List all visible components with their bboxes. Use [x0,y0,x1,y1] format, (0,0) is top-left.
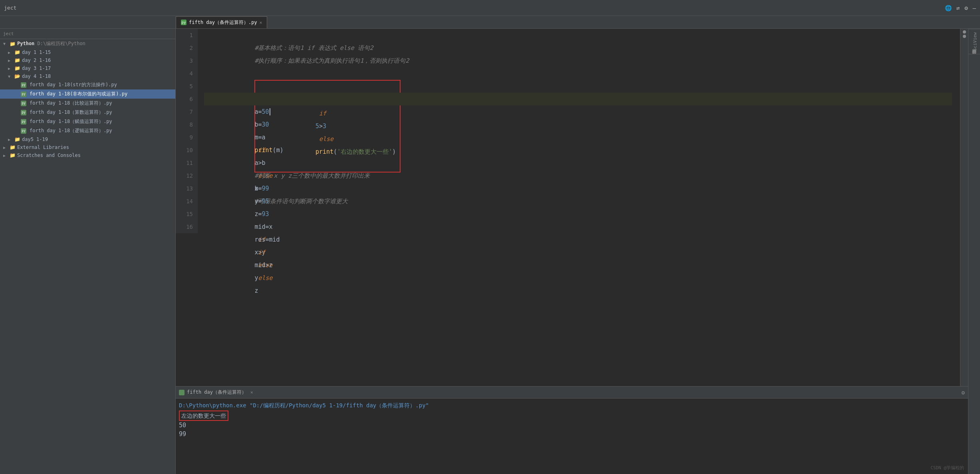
arrow-collapsed-icon: ▶ [8,50,13,55]
line-num-13: 13 [176,182,193,195]
folder-scratch-icon: 📁 [10,153,16,158]
sidebar-item-day4[interactable]: ▼ 📂 day 4 1-18 [0,72,175,80]
folder-day2-icon: 📁 [14,58,20,63]
sidebar-file-bool-label: forth day 1-18(非布尔值的与或运算).py [30,91,127,97]
top-bar-icons: 🌐 ⇄ ⚙ — [945,5,976,11]
tab-close-button[interactable]: ✕ [260,20,262,25]
line-num-16: 16 [176,220,193,233]
sidebar-item-day2-label: day 2 1-16 [22,58,51,63]
bottom-tab-run[interactable]: fifth day（条件运算符） ✕ [179,389,253,396]
bottom-tab-close[interactable]: ✕ [250,390,253,395]
code-line-5 [204,80,952,93]
code-line-10 [204,144,952,157]
main-content: ject ▼ 📁 Python D:\编程历程\Python ▶ 📁 day 1… [0,29,980,474]
split-icon[interactable]: ⇄ [956,5,960,11]
python-file-icon: py [21,119,26,125]
line-num-15: 15 [176,208,193,220]
sidebar-header-label: ject [3,31,14,36]
arrow-collapsed-icon: ▶ [8,137,13,142]
globe-icon[interactable]: 🌐 [945,5,952,11]
python-file-icon: py [21,82,26,88]
sidebar-file-bool[interactable]: py forth day 1-18(非布尔值的与或运算).py [0,89,175,99]
python-file-icon: py [21,101,26,106]
sidebar-file-assign-label: forth day 1-18（赋值运算符）.py [30,118,112,125]
gear-icon[interactable]: ⚙ [964,5,968,11]
code-line-11: #判断 x y z三个数中的最大数并打印出来 [204,157,952,169]
sidebar-header: ject [0,29,175,39]
top-bar: ject 🌐 ⇄ ⚙ — [0,0,980,16]
code-line-15: mid=x if x>y else y [204,208,952,220]
code-editor[interactable]: 1 2 3 4 5 6 7 8 9 10 11 12 13 14 [176,29,960,386]
python-file-icon: py [21,110,26,115]
gutter-dot [963,30,966,34]
line-numbers: 1 2 3 4 5 6 7 8 9 10 11 12 13 14 [176,29,198,233]
code-line-8: m=a if a>b else b #可用条件语句判断两个数字谁更大 [204,118,952,131]
sidebar-item-day3[interactable]: ▶ 📁 day 3 1-17 [0,64,175,72]
arrow-icon: ▼ [3,42,8,46]
gutter-dot [963,35,966,38]
sidebar-item-day4-label: day 4 1-18 [22,73,51,79]
sidebar-file-arithmetic[interactable]: py forth day 1-18（算数运算符）.py [0,108,175,117]
right-sidebar: SciView 获得帮助 [968,29,980,474]
sidebar-file-logic[interactable]: py forth day 1-18（逻辑运算符）.py [0,126,175,135]
output-line-1: 左边的数更大一些 [179,411,965,421]
sidebar-file-str[interactable]: py forth day 1-18(str的方法操作).py [0,80,175,89]
bottom-gear-icon[interactable]: ⚙ [962,389,965,396]
line-num-8: 8 [176,118,193,131]
right-tab-sciview[interactable]: SciView [968,29,980,54]
arrow-collapsed-icon: ▶ [3,153,8,158]
python-file-icon: py [21,91,26,97]
sidebar-file-compare-label: forth day 1-18（比较运算符）.py [30,100,112,107]
line-num-11: 11 [176,157,193,169]
folder-ext-icon: 📁 [10,145,16,150]
sidebar-file-compare[interactable]: py forth day 1-18（比较运算符）.py [0,99,175,108]
code-lines: #基本格式：语句1 if 表达式 else 语句2 #执行顺序：如果表达式为真则… [198,29,960,233]
line-num-10: 10 [176,144,193,157]
line-num-9: 9 [176,131,193,144]
line-num-5: 5 [176,80,193,93]
sidebar: ject ▼ 📁 Python D:\编程历程\Python ▶ 📁 day 1… [0,29,176,474]
code-line-13: y=95 [204,182,952,195]
sidebar-item-day5-label: day5 1-19 [22,137,48,142]
sidebar-file-logic-label: forth day 1-18（逻辑运算符）.py [30,127,112,134]
bottom-content: D:\Python\python.exe "D:/编程历程/Python/day… [176,399,968,474]
sidebar-item-day1[interactable]: ▶ 📁 day 1 1-15 [0,48,175,56]
sidebar-item-day2[interactable]: ▶ 📁 day 2 1-16 [0,56,175,64]
right-gutter [960,29,968,386]
editor-area: 1 2 3 4 5 6 7 8 9 10 11 12 13 14 [176,29,968,474]
tab-label: fifth day（条件运算符）.py [189,19,257,26]
code-line-4: print('左边的数更大一些') if 5>3 else print('右边的… [204,67,952,80]
sidebar-project-root[interactable]: ▼ 📁 Python D:\编程历程\Python [0,39,175,48]
right-tab-help[interactable]: 获得帮助 [968,54,980,61]
sidebar-scratches-label: Scratches and Consoles [17,153,81,158]
code-line-6: a=50 [204,93,952,105]
code-line-16: res=mid if mid>z else z [204,220,952,233]
code-line-12: x=99 [204,169,952,182]
output-line-2: 50 [179,421,965,430]
sidebar-file-str-label: forth day 1-18(str的方法操作).py [30,81,117,88]
minus-icon[interactable]: — [973,5,976,11]
line-num-2: 2 [176,42,193,54]
bottom-tab-label: fifth day（条件运算符） [187,389,246,396]
arrow-collapsed-icon: ▶ [8,58,13,63]
folder-day5-icon: 📁 [14,137,20,142]
sidebar-external-libraries[interactable]: ▶ 📁 External Libraries [0,143,175,151]
editor-tab-active[interactable]: py fifth day（条件运算符）.py ✕ [176,16,267,28]
folder-day4-icon: 📂 [14,73,20,79]
line-num-3: 3 [176,54,193,67]
code-line-1: #基本格式：语句1 if 表达式 else 语句2 [204,29,952,42]
line-num-14: 14 [176,195,193,208]
sidebar-file-assign[interactable]: py forth day 1-18（赋值运算符）.py [0,117,175,126]
sidebar-scratches[interactable]: ▶ 📁 Scratches and Consoles [0,151,175,159]
line-num-12: 12 [176,169,193,182]
arrow-collapsed-icon: ▶ [8,66,13,71]
python-file-icon: py [21,128,26,134]
bottom-tab-bar: fifth day（条件运算符） ✕ ⚙ [176,387,968,399]
code-line-9: print(m) [204,131,952,144]
folder-day3-icon: 📁 [14,65,20,71]
line-num-1: 1 [176,29,193,42]
tab-bar: py fifth day（条件运算符）.py ✕ [0,16,980,29]
project-name: Python D:\编程历程\Python [17,40,85,47]
sidebar-item-day5[interactable]: ▶ 📁 day5 1-19 [0,135,175,143]
line-num-4: 4 [176,67,193,80]
